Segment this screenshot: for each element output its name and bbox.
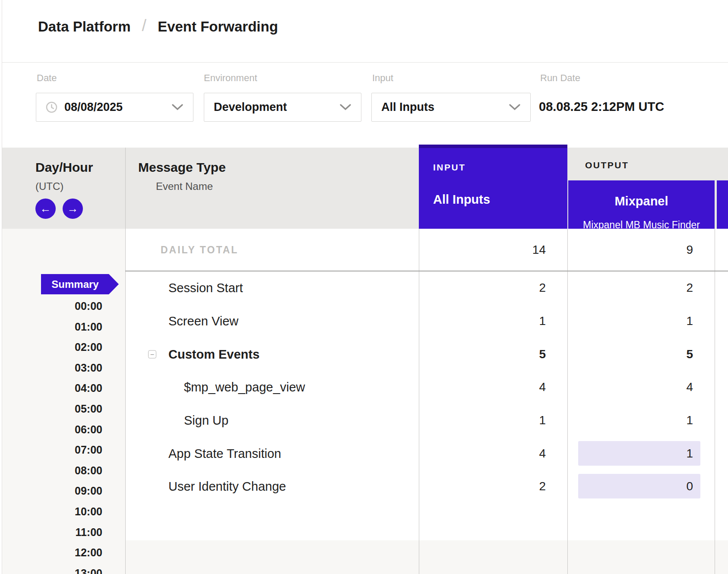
next-output-column-partial[interactable] (717, 180, 728, 229)
clock-icon (46, 101, 57, 113)
hour-label[interactable]: 11:00 (0, 526, 102, 539)
mixpanel-count: 1 (686, 447, 693, 460)
highlighted-cell (578, 441, 700, 466)
input-column-header[interactable]: INPUT All Inputs (419, 145, 567, 229)
breadcrumb-separator-icon: / (142, 16, 147, 35)
hour-label[interactable]: 13:00 (0, 567, 102, 574)
hour-label[interactable]: 04:00 (0, 382, 102, 394)
mixpanel-count: 1 (686, 314, 693, 328)
day-hour-subtitle: (UTC) (35, 180, 63, 192)
mixpanel-count: 4 (686, 380, 693, 394)
input-count: 2 (539, 281, 546, 295)
mixpanel-title: Mixpanel (568, 194, 715, 208)
chevron-down-icon (339, 104, 351, 111)
date-filter-label: Date (37, 73, 57, 84)
hour-label[interactable]: 08:00 (0, 464, 102, 477)
hour-label[interactable]: 03:00 (0, 362, 102, 374)
mixpanel-count: 0 (686, 479, 693, 493)
hour-label[interactable]: 05:00 (0, 403, 102, 415)
event-name: Custom Events (168, 347, 260, 361)
arrow-right-icon: → (67, 202, 79, 215)
input-dropdown[interactable]: All Inputs (371, 93, 531, 122)
input-filter-label: Input (372, 73, 393, 84)
message-type-header: Message Type (138, 160, 226, 175)
next-day-button[interactable]: → (63, 199, 83, 219)
table-footer-background (125, 540, 728, 574)
mixpanel-count: 2 (686, 281, 693, 295)
output-section-label: OUTPUT (585, 160, 629, 170)
input-count: 4 (539, 447, 546, 460)
event-name: $mp_web_page_view (184, 380, 305, 394)
input-count: 4 (539, 380, 546, 394)
run-date-label: Run Date (540, 73, 580, 84)
hour-label[interactable]: 00:00 (0, 300, 102, 312)
hour-label[interactable]: 02:00 (0, 341, 102, 353)
table-row: Session Start 2 2 (125, 271, 728, 304)
input-column-title: All Inputs (433, 192, 490, 207)
hour-label[interactable]: 10:00 (0, 505, 102, 518)
input-value: All Inputs (381, 101, 502, 114)
chevron-down-icon (171, 104, 184, 111)
hour-label[interactable]: 12:00 (0, 546, 102, 559)
mixpanel-count: 5 (686, 347, 693, 361)
input-count: 1 (539, 413, 546, 427)
collapse-icon[interactable]: − (148, 350, 156, 358)
previous-day-button[interactable]: ← (35, 199, 56, 219)
mixpanel-count: 1 (686, 413, 693, 427)
daily-total-input: 14 (532, 243, 546, 257)
date-value: 08/08/2025 (64, 101, 165, 114)
event-name: User Identity Change (168, 479, 286, 493)
table-row: − Custom Events 5 5 (125, 337, 728, 371)
environment-dropdown[interactable]: Development (204, 93, 361, 122)
run-date-value: 08.08.25 2:12PM UTC (539, 100, 664, 114)
environment-filter-label: Environment (204, 73, 257, 84)
summary-row-marker[interactable]: Summary (41, 274, 119, 294)
environment-value: Development (214, 101, 332, 114)
event-name: Screen View (168, 314, 238, 328)
highlighted-cell (578, 474, 700, 498)
event-name: Session Start (168, 281, 243, 295)
minus-icon: − (150, 350, 154, 358)
arrow-left-icon: ← (40, 202, 51, 215)
daily-total-mixpanel: 9 (686, 243, 693, 257)
input-count: 1 (539, 314, 546, 328)
breadcrumb: Data Platform / Event Forwarding (38, 17, 278, 36)
table-row: User Identity Change 2 0 (125, 470, 728, 503)
chevron-down-icon (509, 104, 521, 111)
event-name: Sign Up (184, 413, 228, 427)
hour-label[interactable]: 06:00 (0, 423, 102, 436)
event-name: App State Transition (168, 446, 281, 460)
mixpanel-column-header[interactable]: Mixpanel Mixpanel MB Music Finder (568, 180, 715, 229)
breadcrumb-section[interactable]: Data Platform (38, 19, 131, 35)
input-column-kicker: INPUT (433, 162, 466, 173)
input-count: 5 (539, 347, 546, 361)
page-title: Event Forwarding (158, 19, 278, 35)
hour-label[interactable]: 09:00 (0, 485, 102, 497)
input-count: 2 (539, 479, 546, 493)
hour-label[interactable]: 07:00 (0, 444, 102, 456)
event-name-subtitle: Event Name (156, 180, 213, 192)
table-row: App State Transition 4 1 (125, 437, 728, 470)
event-forwarding-page: Data Platform / Event Forwarding Date 08… (0, 0, 728, 574)
day-hour-header: Day/Hour (35, 160, 93, 175)
header-divider (0, 62, 728, 63)
hour-label[interactable]: 01:00 (0, 321, 102, 333)
daily-total-row: DAILY TOTAL 14 9 (125, 229, 728, 271)
date-dropdown[interactable]: 08/08/2025 (36, 93, 193, 122)
table-row: $mp_web_page_view 4 4 (125, 370, 728, 404)
table-row: Screen View 1 1 (125, 304, 728, 337)
page-left-border (2, 0, 2, 574)
daily-total-label: DAILY TOTAL (161, 244, 238, 256)
table-row: Sign Up 1 1 (125, 404, 728, 437)
